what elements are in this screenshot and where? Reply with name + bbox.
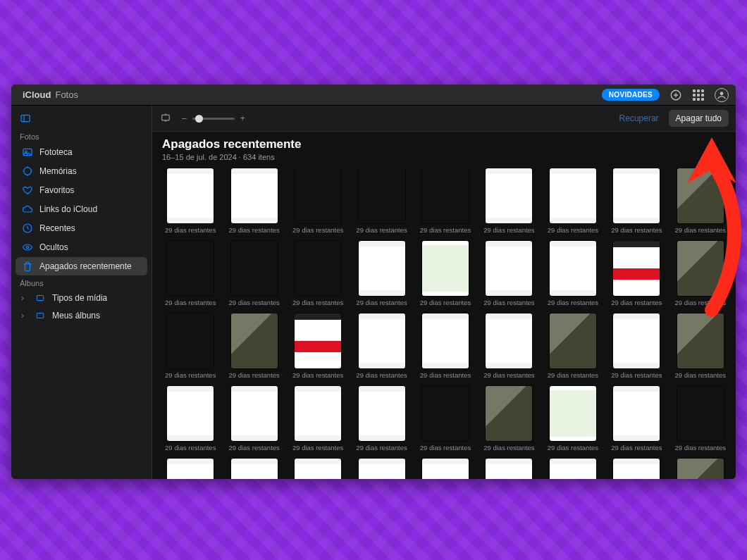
photo-thumbnail[interactable]: 29 dias restantes: [481, 168, 537, 234]
novidades-badge[interactable]: NOVIDADES: [602, 89, 660, 101]
thumbnail-image: [359, 241, 405, 296]
sidebar-item-favoritos[interactable]: Favoritos: [16, 181, 147, 199]
photo-thumbnail[interactable]: 29 dias restantes: [290, 313, 346, 379]
thumbnail-image: [295, 386, 341, 441]
photo-thumbnail[interactable]: [608, 459, 665, 479]
photo-thumbnail[interactable]: 29 dias restantes: [481, 241, 537, 306]
photo-thumbnail[interactable]: 29 dias restantes: [162, 313, 218, 379]
photo-thumbnail[interactable]: [226, 459, 282, 479]
account-avatar-icon[interactable]: [715, 88, 729, 102]
apps-grid-icon[interactable]: [692, 89, 705, 101]
thumbnail-grid-wrap[interactable]: 29 dias restantes29 dias restantes29 dia…: [152, 168, 736, 479]
photo-thumbnail[interactable]: 29 dias restantes: [672, 241, 729, 306]
photo-thumbnail[interactable]: 29 dias restantes: [417, 313, 474, 379]
photo-thumbnail[interactable]: 29 dias restantes: [545, 386, 601, 452]
thumbnail-caption: 29 dias restantes: [165, 299, 216, 306]
main-pane: – + Recuperar Apagar tudo Apagados recen…: [152, 106, 736, 479]
photo-thumbnail[interactable]: 29 dias restantes: [226, 386, 282, 452]
thumbnail-caption: 29 dias restantes: [292, 371, 343, 379]
zoom-plus[interactable]: +: [240, 113, 245, 123]
photo-thumbnail[interactable]: 29 dias restantes: [353, 386, 409, 452]
photo-thumbnail[interactable]: 29 dias restantes: [353, 168, 409, 234]
photo-thumbnail[interactable]: 29 dias restantes: [353, 313, 409, 379]
photo-thumbnail[interactable]: 29 dias restantes: [608, 386, 665, 452]
photo-thumbnail[interactable]: [290, 459, 346, 479]
thumbnail-caption: 29 dias restantes: [420, 299, 471, 306]
photo-thumbnail[interactable]: 29 dias restantes: [290, 386, 346, 452]
photo-thumbnail[interactable]: 29 dias restantes: [417, 386, 474, 452]
cloud-link-icon: [21, 204, 34, 215]
thumbnail-image: [295, 241, 341, 296]
sidebar-item-fototeca[interactable]: Fototeca: [16, 143, 147, 161]
photo-thumbnail[interactable]: 29 dias restantes: [226, 313, 282, 379]
photo-thumbnail[interactable]: 29 dias restantes: [545, 313, 601, 379]
eye-icon: [21, 242, 34, 253]
memories-icon: [21, 166, 34, 177]
photo-thumbnail[interactable]: 29 dias restantes: [162, 241, 218, 306]
photo-thumbnail[interactable]: 29 dias restantes: [608, 313, 665, 379]
sidebar-item-ocultos[interactable]: Ocultos: [16, 238, 147, 256]
page-heading: Apagados recentemente 16–15 de jul. de 2…: [152, 132, 736, 168]
thumbnail-image: [422, 386, 469, 441]
photo-thumbnail[interactable]: [417, 459, 474, 479]
photo-thumbnail[interactable]: [672, 459, 729, 479]
add-icon[interactable]: [669, 89, 682, 101]
thumbnail-image: [422, 241, 469, 296]
zoom-knob[interactable]: [195, 115, 203, 123]
thumbnail-caption: 29 dias restantes: [420, 371, 471, 379]
photo-thumbnail[interactable]: 29 dias restantes: [481, 386, 537, 452]
photo-thumbnail[interactable]: 29 dias restantes: [162, 168, 218, 234]
sidebar-item-tipos-de-midia[interactable]: › Tipos de mídia: [16, 290, 147, 306]
photo-thumbnail[interactable]: [353, 459, 409, 479]
photo-thumbnail[interactable]: 29 dias restantes: [353, 241, 409, 306]
zoom-slider[interactable]: – +: [182, 113, 245, 123]
photo-thumbnail[interactable]: 29 dias restantes: [481, 313, 537, 379]
svg-rect-2: [21, 115, 30, 121]
thumbnail-caption: 29 dias restantes: [356, 299, 407, 306]
thumbnail-caption: 29 dias restantes: [611, 226, 662, 234]
svg-point-7: [26, 246, 28, 248]
trash-icon: [21, 261, 34, 272]
sidebar-item-recentes[interactable]: Recentes: [16, 219, 147, 237]
photo-thumbnail[interactable]: 29 dias restantes: [290, 241, 346, 306]
photo-thumbnail[interactable]: [481, 459, 537, 479]
thumbnail-caption: 29 dias restantes: [611, 444, 662, 452]
zoom-minus[interactable]: –: [182, 113, 187, 123]
brand: iCloud Fotos: [18, 89, 78, 101]
photo-thumbnail[interactable]: 29 dias restantes: [608, 241, 665, 306]
aspect-icon[interactable]: [159, 111, 172, 126]
photo-thumbnail[interactable]: 29 dias restantes: [608, 168, 665, 234]
photo-thumbnail[interactable]: 29 dias restantes: [417, 168, 474, 234]
photo-thumbnail[interactable]: 29 dias restantes: [545, 241, 601, 306]
sidebar-item-links-icloud[interactable]: Links do iCloud: [16, 200, 147, 218]
photo-thumbnail[interactable]: 29 dias restantes: [417, 241, 474, 306]
delete-all-button[interactable]: Apagar tudo: [669, 110, 729, 127]
recover-button[interactable]: Recuperar: [619, 113, 659, 123]
sidebar-item-meus-albuns[interactable]: › Meus álbuns: [16, 307, 147, 324]
svg-rect-8: [37, 296, 43, 301]
thumbnail-image: [167, 313, 214, 368]
thumbnail-image: [359, 168, 405, 223]
photo-thumbnail[interactable]: [162, 459, 218, 479]
photos-library-icon: [21, 147, 34, 158]
photo-thumbnail[interactable]: 29 dias restantes: [545, 168, 601, 234]
photo-thumbnail[interactable]: [545, 459, 601, 479]
photo-thumbnail[interactable]: 29 dias restantes: [226, 168, 282, 234]
thumbnail-image: [677, 168, 724, 223]
sidebar-item-apagados-recentemente[interactable]: Apagados recentemente: [16, 257, 147, 275]
photo-thumbnail[interactable]: 29 dias restantes: [162, 386, 218, 452]
sidebar-item-memorias[interactable]: Memórias: [16, 162, 147, 180]
folder-icon: [34, 311, 47, 321]
thumbnail-image: [550, 241, 596, 296]
photo-thumbnail[interactable]: 29 dias restantes: [672, 313, 729, 379]
photo-thumbnail[interactable]: 29 dias restantes: [290, 168, 346, 234]
thumbnail-image: [677, 313, 724, 368]
photo-thumbnail[interactable]: 29 dias restantes: [226, 241, 282, 306]
zoom-track[interactable]: [192, 118, 235, 120]
thumbnail-caption: 29 dias restantes: [548, 371, 598, 379]
thumbnail-caption: 29 dias restantes: [548, 299, 598, 306]
sidebar-toggle-icon[interactable]: [18, 111, 32, 125]
photo-thumbnail[interactable]: 29 dias restantes: [672, 386, 729, 452]
photo-thumbnail[interactable]: 29 dias restantes: [672, 168, 729, 234]
thumbnail-image: [486, 241, 532, 296]
